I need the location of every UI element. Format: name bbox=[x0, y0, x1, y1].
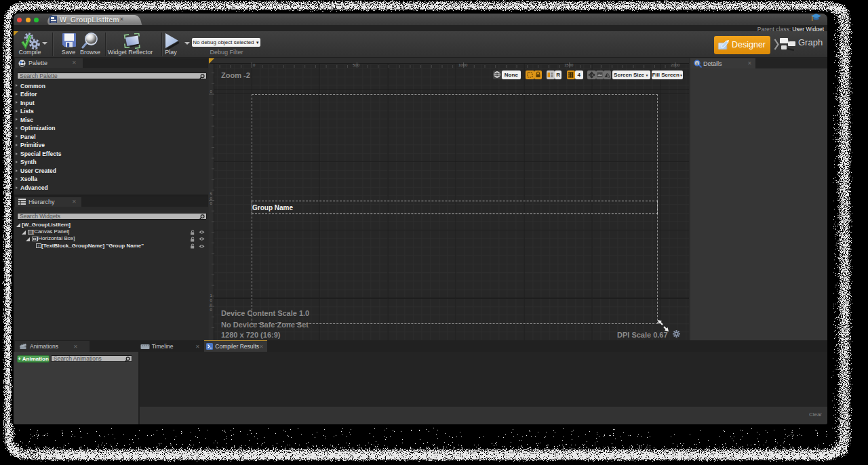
svg-text:0: 0 bbox=[210, 308, 213, 312]
svg-text:0: 0 bbox=[210, 298, 213, 302]
svg-text:1000: 1000 bbox=[458, 63, 468, 67]
svg-text:5: 5 bbox=[210, 192, 213, 196]
svg-text:1500: 1500 bbox=[564, 63, 574, 67]
svg-text:0: 0 bbox=[253, 63, 256, 67]
svg-text:i: i bbox=[696, 61, 698, 66]
svg-text:0: 0 bbox=[210, 201, 213, 205]
svg-text:500: 500 bbox=[353, 63, 360, 67]
svg-text:1: 1 bbox=[210, 294, 213, 298]
svg-text:2000: 2000 bbox=[671, 63, 680, 67]
svg-text:0: 0 bbox=[210, 89, 213, 94]
